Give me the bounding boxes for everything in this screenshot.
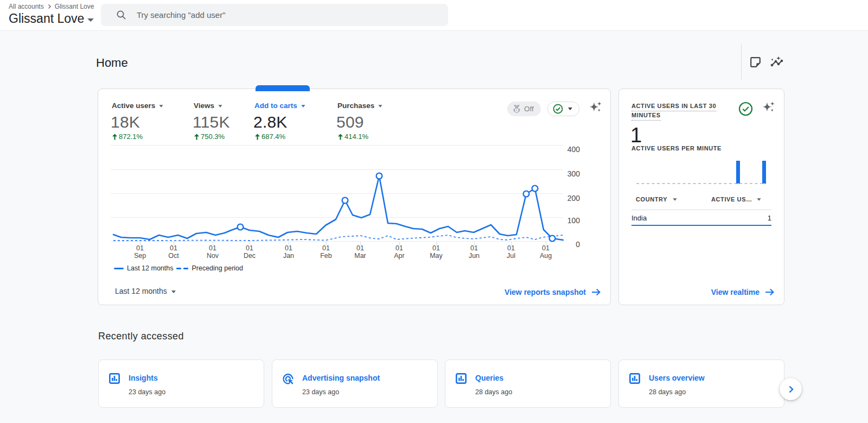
svg-text:Dec: Dec — [244, 252, 256, 260]
svg-text:01: 01 — [507, 244, 515, 252]
svg-text:Apr: Apr — [394, 252, 404, 260]
svg-text:100: 100 — [567, 216, 580, 225]
svg-text:01: 01 — [322, 244, 330, 252]
svg-text:Jun: Jun — [469, 252, 480, 260]
svg-text:400: 400 — [567, 145, 580, 154]
svg-text:01: 01 — [356, 244, 364, 252]
svg-text:May: May — [430, 252, 443, 260]
svg-text:Nov: Nov — [207, 252, 219, 260]
svg-text:0: 0 — [576, 240, 580, 249]
svg-text:Jul: Jul — [507, 252, 515, 260]
svg-text:200: 200 — [567, 194, 580, 203]
svg-text:01: 01 — [170, 244, 177, 252]
svg-text:01: 01 — [285, 244, 292, 252]
svg-text:Jan: Jan — [283, 252, 294, 260]
svg-text:Aug: Aug — [540, 252, 552, 260]
svg-text:300: 300 — [567, 169, 580, 178]
svg-text:01: 01 — [395, 244, 403, 252]
svg-text:01: 01 — [542, 244, 550, 252]
svg-text:01: 01 — [470, 244, 478, 252]
svg-text:01: 01 — [136, 244, 144, 252]
svg-text:Sep: Sep — [134, 252, 146, 260]
svg-text:01: 01 — [209, 244, 216, 252]
svg-text:01: 01 — [432, 244, 440, 252]
svg-text:01: 01 — [246, 244, 253, 252]
svg-text:Oct: Oct — [168, 252, 179, 260]
svg-text:Mar: Mar — [354, 252, 366, 260]
svg-text:Feb: Feb — [320, 252, 332, 260]
